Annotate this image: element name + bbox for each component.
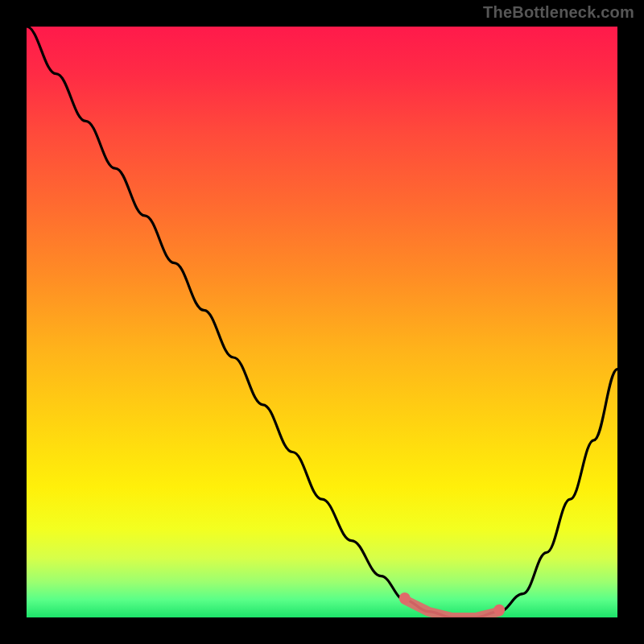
svg-rect-0 (27, 27, 617, 617)
watermark-text: TheBottleneck.com (483, 3, 634, 22)
background-gradient (27, 27, 617, 617)
plot-area (27, 27, 617, 617)
chart-container: TheBottleneck.com (0, 0, 644, 644)
